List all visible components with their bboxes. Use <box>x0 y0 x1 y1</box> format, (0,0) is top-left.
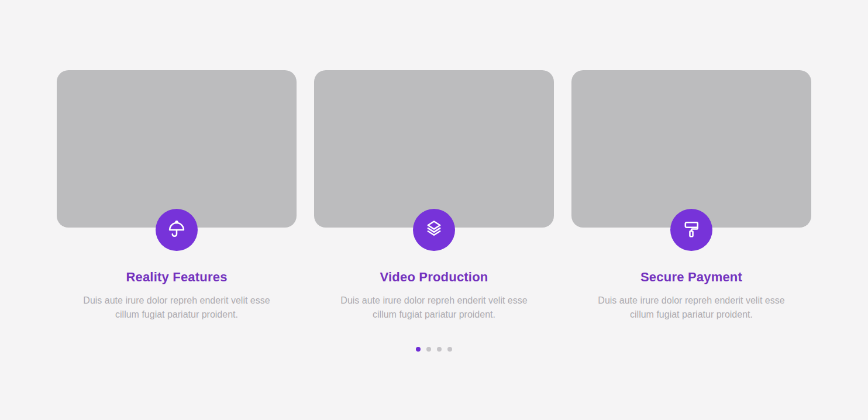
carousel-dot-1[interactable] <box>416 347 421 352</box>
feature-card-secure-payment[interactable]: Secure Payment Duis aute irure dolor rep… <box>571 70 811 322</box>
carousel-dot-4[interactable] <box>447 347 452 352</box>
carousel-pagination <box>57 347 811 352</box>
feature-title: Video Production <box>314 270 554 285</box>
image-placeholder <box>314 70 554 228</box>
icon-badge <box>413 209 455 251</box>
feature-description: Duis aute irure dolor repreh enderit vel… <box>335 294 533 322</box>
layers-icon <box>424 219 444 241</box>
carousel-track: Reality Features Duis aute irure dolor r… <box>57 70 811 322</box>
icon-badge <box>156 209 198 251</box>
features-carousel: Reality Features Duis aute irure dolor r… <box>57 0 811 352</box>
feature-description: Duis aute irure dolor repreh enderit vel… <box>592 294 791 322</box>
image-placeholder <box>57 70 297 228</box>
feature-description: Duis aute irure dolor repreh enderit vel… <box>77 294 276 322</box>
carousel-dot-3[interactable] <box>437 347 442 352</box>
umbrella-icon <box>167 219 187 241</box>
feature-title: Reality Features <box>57 270 297 285</box>
feature-card-reality-features[interactable]: Reality Features Duis aute irure dolor r… <box>57 70 297 322</box>
feature-title: Secure Payment <box>571 270 811 285</box>
feature-card-video-production[interactable]: Video Production Duis aute irure dolor r… <box>314 70 554 322</box>
image-placeholder <box>571 70 811 228</box>
carousel-dot-2[interactable] <box>426 347 431 352</box>
icon-badge <box>670 209 712 251</box>
paint-roller-icon <box>681 219 701 241</box>
